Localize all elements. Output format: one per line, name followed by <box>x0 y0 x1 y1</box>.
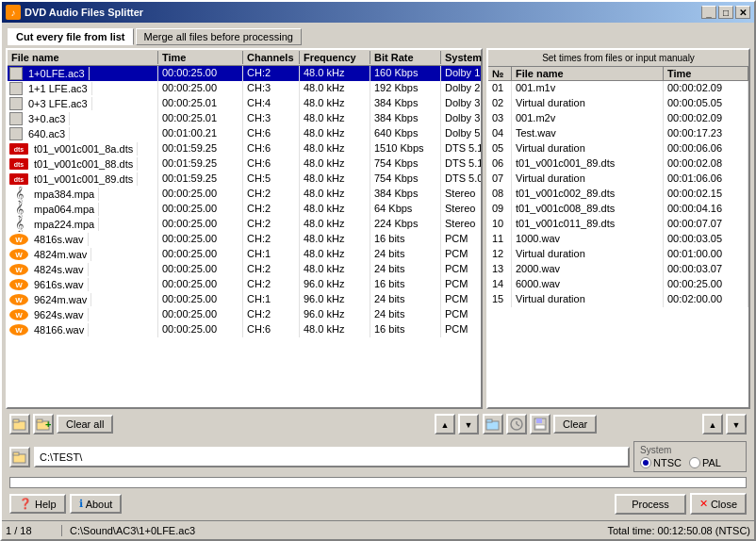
file-row[interactable]: W9624m.wav 00:00:25.00 CH:1 96.0 kHz 24 … <box>8 292 481 307</box>
clear-button[interactable]: Clear <box>553 415 597 434</box>
save-times-button[interactable] <box>530 414 551 434</box>
file-checkbox[interactable] <box>9 112 23 125</box>
file-channels: CH:6 <box>243 156 300 172</box>
svg-rect-11 <box>536 418 542 423</box>
tab-merge[interactable]: Merge all files before processing <box>136 28 302 45</box>
time-row[interactable]: 07 Virtual duration 00:01:06.06 <box>488 172 748 187</box>
file-time: 00:01:59.25 <box>158 156 243 172</box>
ntsc-radio[interactable] <box>640 457 651 468</box>
time-row[interactable]: 06 t01_v001c001_89.dts 00:00:02.08 <box>488 156 748 172</box>
file-row[interactable]: W9616s.wav 00:00:25.00 CH:2 96.0 kHz 16 … <box>8 277 481 292</box>
help-button[interactable]: ❓ Help <box>9 494 66 514</box>
file-checkbox[interactable] <box>9 67 23 80</box>
time-filename: 2000.wav <box>512 262 664 277</box>
pal-option[interactable]: PAL <box>689 457 721 468</box>
process-button[interactable]: Process <box>615 494 686 515</box>
close-button[interactable]: ✕ Close <box>690 493 747 515</box>
file-row[interactable]: W9624s.wav 00:00:25.00 CH:2 96.0 kHz 24 … <box>8 307 481 322</box>
tab-cut[interactable]: Cut every file from list <box>8 28 134 45</box>
pal-radio[interactable] <box>689 457 700 468</box>
time-row[interactable]: 11 1000.wav 00:00:03.05 <box>488 232 748 247</box>
browse-folder-button[interactable] <box>9 447 30 467</box>
file-row[interactable]: dtst01_v001c001_88.dts 00:01:59.25 CH:6 … <box>8 156 481 172</box>
time-row[interactable]: 03 001.m2v 00:00:02.09 <box>488 111 748 126</box>
file-time: 00:00:25.00 <box>158 202 243 217</box>
time-value: 00:00:02.09 <box>664 111 748 126</box>
time-value: 00:01:00.00 <box>664 247 748 262</box>
time-row[interactable]: 10 t01_v001c011_89.dts 00:00:07.07 <box>488 217 748 232</box>
times-move-up-button[interactable] <box>702 414 723 434</box>
file-checkbox[interactable] <box>9 82 23 95</box>
file-checkbox[interactable] <box>9 127 23 140</box>
set-time-button[interactable] <box>506 414 527 434</box>
system-radio-row: NTSC PAL <box>640 457 740 468</box>
file-bitrate: 16 bits <box>370 322 441 337</box>
file-row[interactable]: 𝄞mpa064.mpa 00:00:25.00 CH:2 48.0 kHz 64… <box>8 202 481 217</box>
file-channels: CH:2 <box>243 277 300 292</box>
file-row[interactable]: W4824s.wav 00:00:25.00 CH:2 48.0 kHz 24 … <box>8 262 481 277</box>
clear-all-button[interactable]: Clear all <box>57 415 113 434</box>
move-down-button[interactable] <box>458 414 479 434</box>
file-row[interactable]: W48166.wav 00:00:25.00 CH:6 48.0 kHz 16 … <box>8 322 481 337</box>
file-time: 00:00:25.00 <box>158 66 243 81</box>
minimize-button[interactable]: _ <box>701 6 716 19</box>
times-list[interactable]: 01 001.m1v 00:00:02.09 02 Virtual durati… <box>488 81 748 407</box>
time-filename: 6000.wav <box>512 277 664 292</box>
file-checkbox[interactable] <box>9 97 23 110</box>
file-icon-cell: 1+0LFE.ac3 <box>8 66 158 81</box>
file-name: mpa064.mpa <box>30 203 99 216</box>
time-row[interactable]: 05 Virtual duration 00:00:06.06 <box>488 141 748 156</box>
time-row[interactable]: 14 6000.wav 00:00:25.00 <box>488 277 748 292</box>
load-times-button[interactable] <box>483 414 503 434</box>
file-frequency: 48.0 kHz <box>300 232 370 247</box>
file-bitrate: 24 bits <box>370 307 441 322</box>
time-value: 00:00:03.07 <box>664 262 748 277</box>
about-button[interactable]: ℹ About <box>70 494 123 514</box>
file-row[interactable]: W4816s.wav 00:00:25.00 CH:2 48.0 kHz 16 … <box>8 232 481 247</box>
file-row[interactable]: W4824m.wav 00:00:25.00 CH:1 48.0 kHz 24 … <box>8 247 481 262</box>
time-row[interactable]: 04 Test.wav 00:00:17.23 <box>488 126 748 141</box>
move-up-button[interactable] <box>435 414 455 434</box>
col-time: Time <box>158 51 243 64</box>
output-path[interactable]: C:\TEST\ <box>34 447 630 467</box>
file-channels: CH:2 <box>243 217 300 232</box>
file-bitrate: 754 Kbps <box>370 172 441 187</box>
system-selector: System NTSC PAL <box>633 441 747 472</box>
dts-icon: dts <box>9 143 28 155</box>
time-row[interactable]: 12 Virtual duration 00:01:00.00 <box>488 247 748 262</box>
time-row[interactable]: 13 2000.wav 00:00:03.07 <box>488 262 748 277</box>
times-col-num: № <box>488 67 512 80</box>
file-icon-cell: W4824s.wav <box>8 262 158 277</box>
time-row[interactable]: 01 001.m1v 00:00:02.09 <box>488 81 748 96</box>
file-row[interactable]: dtst01_v001c001_89.dts 00:01:59.25 CH:5 … <box>8 172 481 187</box>
times-header: Set times from files or input manualy <box>488 50 748 67</box>
ntsc-option[interactable]: NTSC <box>640 457 682 468</box>
file-frequency: 48.0 kHz <box>300 156 370 172</box>
svg-rect-3 <box>37 419 42 422</box>
file-row[interactable]: 1+1 LFE.ac3 00:00:25.00 CH:3 48.0 kHz 19… <box>8 81 481 96</box>
file-row[interactable]: 𝄞mpa384.mpa 00:00:25.00 CH:2 48.0 kHz 38… <box>8 187 481 202</box>
top-area: File name Time Channels Frequency Bit Ra… <box>6 48 750 409</box>
file-row[interactable]: 0+3 LFE.ac3 00:00:25.01 CH:4 48.0 kHz 38… <box>8 96 481 111</box>
file-row[interactable]: dtst01_v001c001_8a.dts 00:01:59.25 CH:6 … <box>8 141 481 156</box>
time-filename: Virtual duration <box>512 172 664 187</box>
time-row[interactable]: 15 Virtual duration 00:02:00.00 <box>488 292 748 307</box>
file-row[interactable]: 640.ac3 00:01:00.21 CH:6 48.0 kHz 640 Kb… <box>8 126 481 141</box>
open-files-button[interactable] <box>9 414 30 434</box>
file-row[interactable]: 𝄞mpa224.mpa 00:00:25.00 CH:2 48.0 kHz 22… <box>8 217 481 232</box>
add-files-button[interactable]: + <box>33 414 54 434</box>
file-list[interactable]: 1+0LFE.ac3 00:00:25.00 CH:2 48.0 kHz 160… <box>8 66 481 407</box>
time-row[interactable]: 08 t01_v001c002_89.dts 00:00:02.15 <box>488 187 748 202</box>
time-row[interactable]: 02 Virtual duration 00:00:05.05 <box>488 96 748 111</box>
file-name: 9616s.wav <box>30 278 89 291</box>
times-move-down-button[interactable] <box>726 414 747 434</box>
file-channels: CH:4 <box>243 96 300 111</box>
maximize-button[interactable]: □ <box>718 6 733 19</box>
file-time: 00:00:25.00 <box>158 187 243 202</box>
close-window-button[interactable]: ✕ <box>735 6 750 19</box>
file-row[interactable]: 1+0LFE.ac3 00:00:25.00 CH:2 48.0 kHz 160… <box>8 66 481 81</box>
file-system: Stereo <box>441 187 481 202</box>
time-row[interactable]: 09 t01_v001c008_89.dts 00:00:04.16 <box>488 202 748 217</box>
time-num: 03 <box>488 111 512 126</box>
file-row[interactable]: 3+0.ac3 00:00:25.01 CH:3 48.0 kHz 384 Kb… <box>8 111 481 126</box>
